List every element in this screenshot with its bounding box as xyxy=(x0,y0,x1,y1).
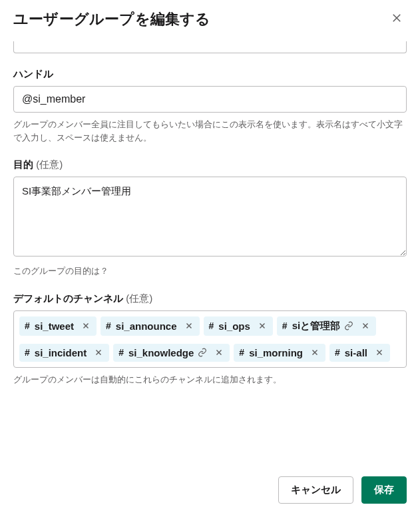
link-icon xyxy=(344,321,353,330)
channel-chip-name: si_announce xyxy=(116,320,177,332)
close-icon xyxy=(311,348,319,356)
channel-chip[interactable]: #si_tweet xyxy=(19,316,97,336)
purpose-label: 目的 (任意) xyxy=(13,159,407,171)
dialog-title: ユーザーグループを編集する xyxy=(13,9,211,29)
dialog-header: ユーザーグループを編集する xyxy=(13,9,407,29)
channels-input-box[interactable]: #si_tweet#si_announce#si_ops#siと管理部#si_i… xyxy=(13,310,407,368)
hash-icon: # xyxy=(118,347,124,358)
channel-chip[interactable]: #si_morning xyxy=(234,344,325,362)
hash-icon: # xyxy=(25,347,30,358)
channel-chip-name: siと管理部 xyxy=(292,320,341,332)
close-icon xyxy=(391,12,403,24)
close-icon xyxy=(185,322,193,330)
channel-chip-remove-button[interactable] xyxy=(79,321,93,330)
purpose-textarea[interactable] xyxy=(13,177,407,257)
handle-label: ハンドル xyxy=(13,68,407,81)
close-icon xyxy=(361,322,369,330)
channel-chip-remove-button[interactable] xyxy=(359,321,372,330)
channels-field-group: デフォルトのチャンネル (任意) #si_tweet#si_announce#s… xyxy=(13,292,407,386)
name-field-truncated[interactable] xyxy=(13,41,407,53)
channel-chip[interactable]: #si-all xyxy=(329,344,390,362)
hash-icon: # xyxy=(209,320,214,331)
close-icon xyxy=(95,348,103,356)
channel-chip-remove-button[interactable] xyxy=(182,321,196,330)
close-icon xyxy=(258,322,266,330)
channels-label-text: デフォルトのチャンネル xyxy=(13,292,123,304)
hash-icon: # xyxy=(239,347,244,358)
channels-label: デフォルトのチャンネル (任意) xyxy=(13,292,407,305)
hash-icon: # xyxy=(282,320,288,331)
purpose-field-group: 目的 (任意) このグループの目的は？ xyxy=(13,159,407,278)
channel-chip[interactable]: #si_ops xyxy=(204,316,273,336)
dialog-footer: キャンセル 保存 xyxy=(13,463,407,504)
purpose-label-text: 目的 xyxy=(13,159,33,170)
hash-icon: # xyxy=(106,320,111,331)
hash-icon: # xyxy=(335,347,340,358)
channel-chip-remove-button[interactable] xyxy=(373,348,386,357)
handle-help-text: グループのメンバー全員に注目してもらいたい場合にこの表示名を使います。表示名はす… xyxy=(13,118,407,144)
channel-chip-name: si_tweet xyxy=(35,320,74,332)
save-button[interactable]: 保存 xyxy=(361,476,407,504)
channels-optional-text: (任意) xyxy=(126,292,152,304)
close-icon xyxy=(82,322,90,330)
purpose-help-text: このグループの目的は？ xyxy=(13,264,407,278)
handle-field-group: ハンドル グループのメンバー全員に注目してもらいたい場合にこの表示名を使います。… xyxy=(13,68,407,144)
cancel-button[interactable]: キャンセル xyxy=(278,476,353,504)
channel-chip-remove-button[interactable] xyxy=(212,348,226,357)
channel-chip-name: si_ops xyxy=(218,320,250,332)
channel-chip[interactable]: #si_knowledge xyxy=(113,344,230,362)
close-icon xyxy=(215,348,223,356)
channel-chip[interactable]: #si_incident xyxy=(19,344,109,362)
channels-help-text: グループのメンバーは自動的にこれらのチャンネルに追加されます。 xyxy=(13,373,407,386)
channel-chip-remove-button[interactable] xyxy=(308,348,321,357)
close-button[interactable] xyxy=(387,8,407,28)
channel-chip-remove-button[interactable] xyxy=(256,321,269,330)
purpose-optional-text: (任意) xyxy=(36,159,63,170)
channel-chip-name: si_morning xyxy=(249,347,303,358)
hash-icon: # xyxy=(25,320,30,331)
close-icon xyxy=(375,348,383,356)
link-icon xyxy=(198,348,207,357)
channel-chip-remove-button[interactable] xyxy=(92,348,105,357)
channel-chip[interactable]: #si_announce xyxy=(101,316,200,336)
channel-chip-name: si_incident xyxy=(35,347,87,358)
channel-chip-name: si_knowledge xyxy=(128,347,194,358)
edit-user-group-dialog: ユーザーグループを編集する ハンドル グループのメンバー全員に注目してもらいたい… xyxy=(0,0,420,517)
handle-input[interactable] xyxy=(13,86,407,113)
channel-chip[interactable]: #siと管理部 xyxy=(277,316,376,336)
channel-chip-name: si-all xyxy=(345,347,367,358)
